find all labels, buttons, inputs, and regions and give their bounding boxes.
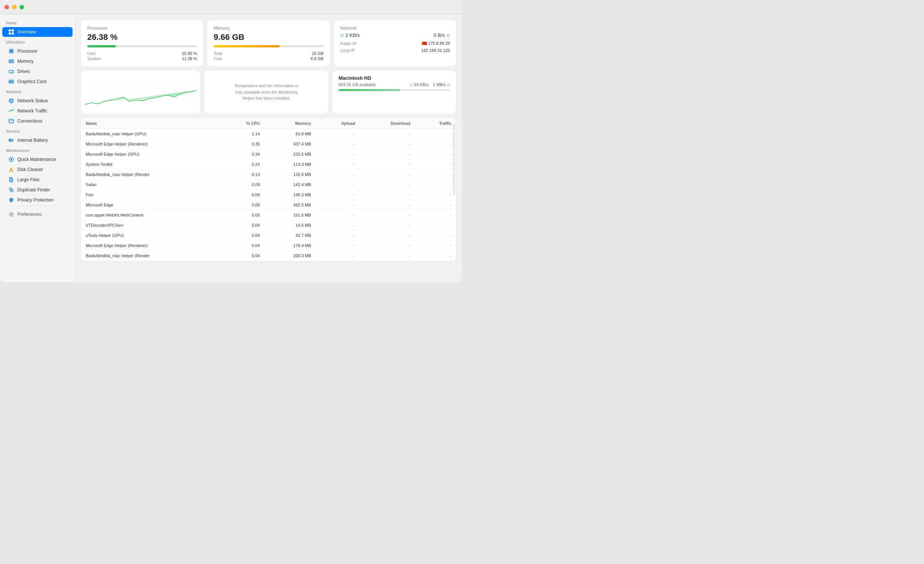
processor-chart [85, 74, 196, 108]
sidebar-item-graphics-card[interactable]: Graphics Card [2, 77, 73, 86]
col-memory[interactable]: Memory [264, 118, 315, 129]
network-section-label: Network [0, 87, 75, 96]
sidebar-item-privacy-protection[interactable]: Privacy Protection [2, 195, 73, 205]
cell-upload: - [315, 180, 359, 190]
network-public-ip-row: Public IP 🇨🇳 175.8.84.29 [340, 41, 450, 46]
main-content: Processor 26.38 % User 15.00 % System 11… [75, 14, 462, 282]
overview-icon [8, 29, 14, 35]
table-row[interactable]: WeChat 0.03 317.2 MB - - - [81, 261, 456, 261]
scrollbar[interactable] [453, 124, 455, 195]
sidebar-item-overview-label: Overview [17, 29, 36, 35]
disk-read-icon: ⊙ [410, 83, 413, 87]
sidebar-item-drives[interactable]: Drives [2, 67, 73, 76]
cell-upload: - [315, 220, 359, 230]
network-download-speed: ⊙ 2 KB/s [340, 32, 360, 38]
titlebar [0, 0, 462, 14]
memory-stat-free: Free 6.8 GB [214, 56, 323, 61]
cell-memory: 437.4 MB [264, 139, 315, 149]
table-row[interactable]: BaiduNetdisk_mac Helper (Render 0.13 132… [81, 170, 456, 180]
cell-traffic: - [415, 251, 456, 261]
col-cpu[interactable]: % CPU [221, 118, 264, 129]
table-row[interactable]: VTDecoderXPCServ 0.04 14.6 MB - - - [81, 220, 456, 230]
sidebar-item-overview[interactable]: Overview [2, 27, 73, 37]
cell-cpu: 0.24 [221, 159, 264, 170]
col-traffic[interactable]: Traffic [415, 118, 456, 129]
sidebar-item-quick-maintenance-label: Quick Maintenance [17, 157, 56, 162]
cell-traffic: - [415, 180, 456, 190]
cell-memory: 42.7 MB [264, 230, 315, 241]
download-arrow-icon: ⊙ [340, 33, 344, 38]
svg-rect-5 [10, 50, 12, 52]
cell-cpu: 0.04 [221, 220, 264, 230]
table-row[interactable]: Safari 0.09 142.4 MB - - - [81, 180, 456, 190]
sidebar-item-connections[interactable]: Connections [2, 116, 73, 126]
col-name[interactable]: Name [81, 118, 221, 129]
col-upload[interactable]: Upload [315, 118, 359, 129]
sidebar-item-duplicate-finder[interactable]: Duplicate Finder [2, 185, 73, 195]
table-row[interactable]: System Toolkit 0.24 113.3 MB - - - [81, 159, 456, 170]
cell-download: - [360, 149, 415, 159]
middle-cards-row: Temperature and fan information isonly a… [81, 71, 456, 114]
cell-upload: - [315, 230, 359, 241]
sidebar-item-disk-cleaner-label: Disk Cleaner [17, 167, 43, 172]
local-ip-label: Local IP [340, 48, 355, 53]
cell-cpu: 0.05 [221, 210, 264, 220]
close-button[interactable] [5, 5, 9, 9]
cell-download: - [360, 129, 415, 139]
cell-memory: 176.4 MB [264, 241, 315, 251]
processor-card: Processor 26.38 % User 15.00 % System 11… [81, 20, 203, 66]
table-header-row: Name % CPU Memory Upload Download Traffi… [81, 118, 456, 129]
sidebar-item-battery[interactable]: Internal Battery [2, 135, 73, 145]
cell-name: Safari [81, 180, 221, 190]
table-row[interactable]: Microsoft Edge 0.08 492.5 MB - - - [81, 200, 456, 210]
svg-rect-10 [9, 70, 14, 73]
table-row[interactable]: Microsoft Edge Helper (Renderer) 0.04 17… [81, 241, 456, 251]
sidebar-item-quick-maintenance[interactable]: Quick Maintenance [2, 155, 73, 164]
svg-rect-7 [10, 61, 11, 62]
minimize-button[interactable] [12, 5, 17, 9]
cell-memory: 492.5 MB [264, 200, 315, 210]
sidebar-item-large-files[interactable]: Large Files [2, 175, 73, 185]
table-body: BaiduNetdisk_mac Helper (GPU) 1.14 62.8 … [81, 129, 456, 261]
sidebar-item-processor[interactable]: Processor [2, 46, 73, 56]
quick-maintenance-icon [8, 156, 14, 162]
col-download[interactable]: Download [360, 118, 415, 129]
table-row[interactable]: Microsoft Edge Helper (Renderer) 0.35 43… [81, 139, 456, 149]
table-row[interactable]: BaiduNetdisk_mac Helper (Render 0.04 200… [81, 251, 456, 261]
svg-point-29 [11, 214, 12, 215]
maximize-button[interactable] [20, 5, 24, 9]
cell-traffic: - [415, 129, 456, 139]
disk-progress-fill [339, 89, 400, 91]
table-row[interactable]: Microsoft Edge Helper (GPU) 0.34 233.5 M… [81, 149, 456, 159]
processor-progress-fill [87, 45, 116, 47]
disk-meta: 604.35 GB available ⊙ 33 KB/s 1 MB/s ⊙ [339, 82, 450, 87]
upload-arrow-icon: ⊙ [446, 33, 450, 38]
sidebar-item-disk-cleaner[interactable]: Disk Cleaner [2, 165, 73, 174]
sidebar-item-network-status[interactable]: Network Status [2, 96, 73, 106]
disk-write-icon: ⊙ [447, 83, 450, 87]
table-row[interactable]: BaiduNetdisk_mac Helper (GPU) 1.14 62.8 … [81, 129, 456, 139]
table-row[interactable]: uTools Helper (GPU) 0.04 42.7 MB - - - [81, 230, 456, 241]
cell-traffic: - [415, 200, 456, 210]
processor-user-label: User [87, 51, 96, 56]
disk-cleaner-icon [8, 167, 14, 173]
processor-progress-bar [87, 45, 197, 47]
cell-cpu: 0.04 [221, 230, 264, 241]
cell-upload: - [315, 210, 359, 220]
table-row[interactable]: Folx 0.09 145.3 MB - - - [81, 190, 456, 200]
sidebar-item-network-traffic[interactable]: Network Traffic [2, 106, 73, 116]
memory-total-label: Total [214, 51, 222, 56]
battery-icon [8, 137, 14, 143]
disk-read-value: 33 KB/s [414, 82, 429, 87]
processor-stat-system: System 11.38 % [87, 56, 197, 61]
sidebar-item-connections-label: Connections [17, 118, 42, 124]
content-area: Home Overview Utilization [0, 14, 462, 282]
sidebar-item-preferences[interactable]: Preferences [2, 209, 73, 219]
table-row[interactable]: com.apple.WebKit.WebContent 0.05 101.6 M… [81, 210, 456, 220]
processor-system-value: 11.38 % [182, 56, 197, 61]
sidebar-item-memory-label: Memory [17, 59, 33, 64]
cell-upload: - [315, 200, 359, 210]
cell-upload: - [315, 241, 359, 251]
network-speeds: ⊙ 2 KB/s 0 B/s ⊙ [340, 32, 450, 38]
sidebar-item-memory[interactable]: Memory [2, 56, 73, 66]
